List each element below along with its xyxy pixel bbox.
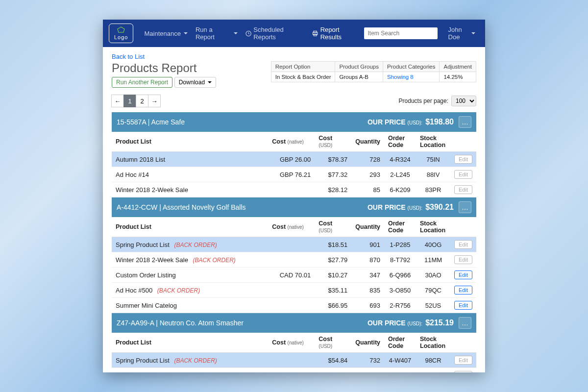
table-row: Winter 2018 2-Week Sale (BACK ORDER)$27.… — [112, 252, 476, 268]
opt-value: 14.25% — [440, 72, 476, 82]
cell-quantity: 732 — [351, 353, 384, 368]
price-label: OUR PRICE (USD): — [368, 203, 422, 211]
download-button[interactable]: Download — [174, 77, 216, 88]
cell-quantity: 293 — [351, 167, 384, 182]
edit-button: Edit — [454, 356, 472, 365]
cell-cost-native — [268, 353, 315, 368]
price-value: $215.19 — [425, 318, 454, 327]
cell-name: Ad Hoc #14 — [112, 167, 268, 182]
chevron-down-icon — [234, 32, 238, 34]
edit-button[interactable]: Edit — [454, 301, 472, 310]
price-label: OUR PRICE (USD): — [368, 118, 422, 126]
pagination: ← 1 2 → — [112, 95, 161, 107]
page-title: Products Report — [112, 61, 216, 75]
cell-order-code: 6-Q966 — [384, 268, 416, 283]
user-menu[interactable]: John Doe — [444, 23, 479, 44]
product-group-title: 15-5587A | Acme Safe — [117, 118, 185, 126]
cell-stock-location: 23ZP — [416, 368, 450, 373]
nav-run-report[interactable]: Run a Report — [192, 23, 242, 44]
pager-next[interactable]: → — [148, 95, 161, 107]
more-actions-button[interactable]: … — [459, 317, 471, 329]
cell-cost-native: CAD 70.01 — [268, 268, 315, 283]
cell-order-code: 3-O850 — [384, 283, 416, 298]
edit-button[interactable]: Edit — [454, 286, 472, 294]
table-row: Autumn 2018 ListGBP 26.00$78.377284-R324… — [112, 152, 476, 167]
col-quantity: Quantity — [351, 132, 384, 152]
nav-scheduled-reports[interactable]: Scheduled Reports — [242, 23, 308, 44]
opt-header: Product Categories — [383, 62, 440, 72]
run-another-report-button[interactable]: Run Another Report — [112, 77, 172, 88]
cell-name: Autumn 2018 List — [112, 152, 268, 167]
pager-prev[interactable]: ← — [111, 95, 124, 107]
cell-cost-usd: $78.37 — [315, 152, 351, 167]
cell-stock-location: 52US — [416, 298, 450, 313]
logo[interactable]: Logo — [109, 24, 133, 43]
chevron-down-icon — [208, 81, 212, 83]
table-row: Winter 2018 2-Week Sale$28.12856-K20983P… — [112, 182, 476, 197]
cell-quantity: 901 — [351, 237, 384, 252]
table-row: Custom Order ListingCAD 70.01$10.273476-… — [112, 268, 476, 283]
opt-header: Adjustment — [440, 62, 476, 72]
cell-quantity: 728 — [351, 152, 384, 167]
edit-button: Edit — [454, 170, 472, 179]
cell-order-code: 4-W407 — [384, 353, 416, 368]
cell-cost-native — [268, 182, 315, 197]
edit-button: Edit — [454, 185, 472, 194]
cell-order-code: 8-T792 — [384, 252, 416, 268]
table-row: Winter 2018 2-Week Sale (BACK ORDER)$84.… — [112, 368, 476, 373]
col-cost-usd: Cost (USD) — [315, 333, 351, 353]
back-order-badge: (BACK ORDER) — [193, 257, 236, 264]
more-actions-button[interactable]: … — [459, 116, 471, 128]
opt-value: Groups A-B — [335, 72, 383, 82]
cell-stock-location: 83PR — [416, 182, 450, 197]
content: Back to List Products Report Run Another… — [103, 47, 485, 372]
cell-cost-usd: $18.51 — [315, 237, 351, 252]
per-page-select[interactable]: 100 — [451, 96, 476, 106]
cell-stock-location: 40OG — [416, 237, 450, 252]
cell-name: Winter 2018 2-Week Sale — [112, 182, 268, 197]
svg-rect-4 — [314, 34, 317, 36]
edit-button[interactable]: Edit — [454, 270, 472, 279]
cell-stock-location: 11MM — [416, 252, 450, 268]
price-value: $390.21 — [425, 203, 454, 212]
report-options-table: Report Option Product Groups Product Cat… — [271, 61, 476, 82]
nav-report-results[interactable]: Report Results — [308, 23, 364, 44]
cell-name: Winter 2018 2-Week Sale (BACK ORDER) — [112, 252, 268, 268]
back-order-badge: (BACK ORDER) — [174, 242, 217, 248]
cell-stock-location: 79QC — [416, 283, 450, 298]
cell-quantity: 347 — [351, 268, 384, 283]
clock-icon — [245, 30, 251, 37]
app-window: Logo Maintenance Run a Report Scheduled … — [103, 20, 485, 372]
product-group-title: A-4412-CCW | Assorted Novelty Golf Balls — [117, 203, 246, 211]
cell-quantity: 870 — [351, 252, 384, 268]
cell-order-code: 2-R756 — [384, 298, 416, 313]
more-actions-button[interactable]: … — [459, 201, 471, 213]
col-cost-native: Cost (native) — [268, 132, 315, 152]
cell-order-code: 6-K209 — [384, 182, 416, 197]
cell-name: Custom Order Listing — [112, 268, 268, 283]
cell-cost-usd: $77.32 — [315, 167, 351, 182]
back-to-list-link[interactable]: Back to List — [112, 53, 145, 60]
col-product-list: Product List — [112, 132, 268, 152]
edit-button: Edit — [454, 255, 472, 264]
navbar: Logo Maintenance Run a Report Scheduled … — [103, 20, 485, 47]
logo-icon — [117, 26, 125, 33]
cell-name: Winter 2018 2-Week Sale (BACK ORDER) — [112, 368, 268, 373]
pager-page-1[interactable]: 1 — [123, 95, 136, 107]
opt-header: Product Groups — [335, 62, 383, 72]
table-row: Spring Product List (BACK ORDER)$54.8473… — [112, 353, 476, 368]
cell-stock-location: 98CR — [416, 353, 450, 368]
cell-cost-native — [268, 298, 315, 313]
cell-cost-usd: $84.65 — [315, 368, 351, 373]
table-row: Summer Mini Catelog$66.956932-R75652USEd… — [112, 298, 476, 313]
opt-value-link[interactable]: Showing 8 — [383, 72, 440, 82]
cell-cost-native — [268, 283, 315, 298]
search-input[interactable] — [364, 27, 438, 39]
nav-maintenance[interactable]: Maintenance — [140, 27, 191, 40]
product-list-table: Product ListCost (native)Cost (USD)Quant… — [112, 217, 476, 313]
pager-page-2[interactable]: 2 — [136, 95, 148, 107]
col-stock-location: StockLocation — [416, 132, 450, 152]
product-list-table: Product ListCost (native)Cost (USD)Quant… — [112, 333, 476, 372]
cell-order-code: 2-L245 — [384, 167, 416, 182]
product-group-header: A-4412-CCW | Assorted Novelty Golf Balls… — [112, 197, 476, 217]
